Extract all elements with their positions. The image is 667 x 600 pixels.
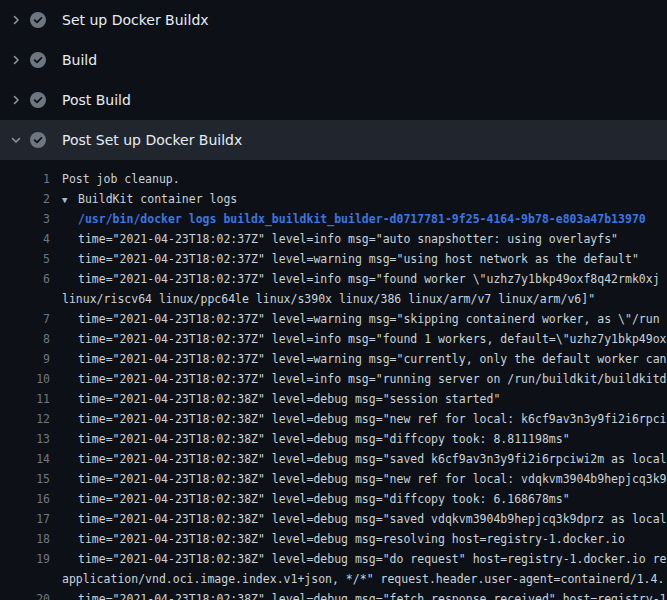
- log-line: 5time="2021-04-23T18:02:37Z" level=warni…: [0, 249, 667, 269]
- log-text: time="2021-04-23T18:02:38Z" level=debug …: [50, 529, 625, 549]
- line-number[interactable]: 10: [0, 369, 50, 389]
- log-text: Post job cleanup.: [50, 169, 180, 189]
- log-line: application/vnd.oci.image.index.v1+json,…: [0, 569, 667, 589]
- line-number[interactable]: 13: [0, 429, 50, 449]
- log-line: 9time="2021-04-23T18:02:37Z" level=warni…: [0, 349, 667, 369]
- log-line: 17time="2021-04-23T18:02:38Z" level=debu…: [0, 509, 667, 529]
- step-label: Set up Docker Buildx: [62, 12, 209, 28]
- step-label: Post Build: [62, 92, 131, 108]
- log-text: time="2021-04-23T18:02:38Z" level=debug …: [50, 509, 667, 529]
- line-number[interactable]: 9: [0, 349, 50, 369]
- log-text: time="2021-04-23T18:02:37Z" level=info m…: [50, 369, 667, 389]
- log-text: linux/riscv64 linux/ppc64le linux/s390x …: [50, 289, 595, 309]
- chevron-right-icon: [10, 54, 30, 66]
- log-text: time="2021-04-23T18:02:38Z" level=debug …: [50, 549, 667, 569]
- chevron-right-icon: [10, 94, 30, 106]
- log-text: time="2021-04-23T18:02:37Z" level=warnin…: [50, 349, 667, 369]
- steps-panel: Set up Docker Buildx Build Post Build Po…: [0, 0, 667, 160]
- chevron-down-icon: [10, 134, 30, 146]
- check-circle-icon: [30, 52, 46, 68]
- line-number[interactable]: 16: [0, 489, 50, 509]
- log-text: time="2021-04-23T18:02:38Z" level=debug …: [50, 389, 500, 409]
- log-line: 8time="2021-04-23T18:02:37Z" level=info …: [0, 329, 667, 349]
- line-number[interactable]: 5: [0, 249, 50, 269]
- log-text: time="2021-04-23T18:02:38Z" level=debug …: [50, 589, 667, 600]
- log-panel: 1Post job cleanup.2▼BuildKit container l…: [0, 160, 667, 600]
- log-line: 15time="2021-04-23T18:02:38Z" level=debu…: [0, 469, 667, 489]
- log-line: 14time="2021-04-23T18:02:38Z" level=debu…: [0, 449, 667, 469]
- log-line: linux/riscv64 linux/ppc64le linux/s390x …: [0, 289, 667, 309]
- line-number[interactable]: 15: [0, 469, 50, 489]
- log-text: time="2021-04-23T18:02:37Z" level=warnin…: [50, 249, 639, 269]
- line-number[interactable]: 11: [0, 389, 50, 409]
- line-number[interactable]: 18: [0, 529, 50, 549]
- log-text: time="2021-04-23T18:02:38Z" level=debug …: [50, 449, 667, 469]
- step-label: Post Set up Docker Buildx: [62, 132, 242, 148]
- log-line: 16time="2021-04-23T18:02:38Z" level=debu…: [0, 489, 667, 509]
- log-line: 6time="2021-04-23T18:02:37Z" level=info …: [0, 269, 667, 289]
- check-circle-icon: [30, 132, 46, 148]
- log-text: application/vnd.oci.image.index.v1+json,…: [50, 569, 664, 589]
- line-number[interactable]: 6: [0, 269, 50, 289]
- log-line: 20time="2021-04-23T18:02:38Z" level=debu…: [0, 589, 667, 600]
- log-text: time="2021-04-23T18:02:38Z" level=debug …: [50, 429, 570, 449]
- step-header-build[interactable]: Build: [0, 40, 667, 80]
- line-number[interactable]: 20: [0, 589, 50, 600]
- log-line: 10time="2021-04-23T18:02:37Z" level=info…: [0, 369, 667, 389]
- log-line: 3/usr/bin/docker logs buildx_buildkit_bu…: [0, 209, 667, 229]
- group-expand-triangle-icon[interactable]: ▼: [62, 190, 78, 210]
- step-header-set-up-docker-buildx[interactable]: Set up Docker Buildx: [0, 0, 667, 40]
- line-number[interactable]: 4: [0, 229, 50, 249]
- line-number[interactable]: 1: [0, 169, 50, 189]
- log-text: time="2021-04-23T18:02:38Z" level=debug …: [50, 409, 667, 429]
- log-line: 13time="2021-04-23T18:02:38Z" level=debu…: [0, 429, 667, 449]
- log-command-text: /usr/bin/docker logs buildx_buildkit_bui…: [50, 209, 646, 229]
- log-text[interactable]: ▼BuildKit container logs: [50, 189, 237, 210]
- line-number[interactable]: 14: [0, 449, 50, 469]
- line-number[interactable]: 2: [0, 189, 50, 209]
- chevron-right-icon: [10, 14, 30, 26]
- step-label: Build: [62, 52, 97, 68]
- log-text: time="2021-04-23T18:02:37Z" level=info m…: [50, 269, 660, 289]
- log-line: 18time="2021-04-23T18:02:38Z" level=debu…: [0, 529, 667, 549]
- log-text: time="2021-04-23T18:02:38Z" level=debug …: [50, 489, 570, 509]
- line-number[interactable]: 8: [0, 329, 50, 349]
- group-title: BuildKit container logs: [78, 192, 237, 206]
- log-line: 12time="2021-04-23T18:02:38Z" level=debu…: [0, 409, 667, 429]
- log-line: 4time="2021-04-23T18:02:37Z" level=info …: [0, 229, 667, 249]
- log-line: 1Post job cleanup.: [0, 169, 667, 189]
- log-text: time="2021-04-23T18:02:38Z" level=debug …: [50, 469, 667, 489]
- log-line: 2▼BuildKit container logs: [0, 189, 667, 209]
- line-number[interactable]: 3: [0, 209, 50, 229]
- log-text: time="2021-04-23T18:02:37Z" level=warnin…: [50, 309, 660, 329]
- line-number[interactable]: 19: [0, 549, 50, 569]
- log-text: time="2021-04-23T18:02:37Z" level=info m…: [50, 229, 618, 249]
- log-text: time="2021-04-23T18:02:37Z" level=info m…: [50, 329, 667, 349]
- check-circle-icon: [30, 12, 46, 28]
- log-line: 19time="2021-04-23T18:02:38Z" level=debu…: [0, 549, 667, 569]
- log-line: 7time="2021-04-23T18:02:37Z" level=warni…: [0, 309, 667, 329]
- log-line: 11time="2021-04-23T18:02:38Z" level=debu…: [0, 389, 667, 409]
- line-number[interactable]: 7: [0, 309, 50, 329]
- line-number[interactable]: 12: [0, 409, 50, 429]
- step-header-post-build[interactable]: Post Build: [0, 80, 667, 120]
- check-circle-icon: [30, 92, 46, 108]
- step-header-post-set-up-docker-buildx[interactable]: Post Set up Docker Buildx: [0, 120, 667, 160]
- line-number[interactable]: 17: [0, 509, 50, 529]
